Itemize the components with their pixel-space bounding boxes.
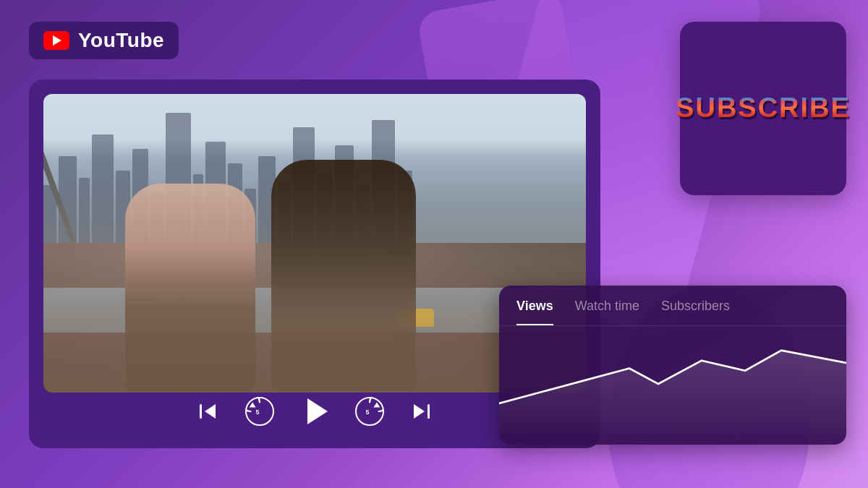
tab-subscribers[interactable]: Subscribers (661, 299, 730, 325)
svg-text:5: 5 (256, 408, 260, 416)
svg-marker-4 (307, 398, 328, 424)
tab-watch-time[interactable]: Watch time (575, 299, 639, 325)
svg-marker-1 (205, 404, 216, 419)
svg-marker-2 (250, 402, 256, 407)
chart-svg (499, 333, 846, 435)
skip-back-button[interactable] (192, 395, 224, 427)
rewind-5-button[interactable]: 5 (245, 397, 274, 426)
tab-views[interactable]: Views (516, 299, 553, 325)
app-title: YouTube (78, 29, 164, 52)
youtube-badge: YouTube (29, 22, 179, 59)
analytics-tabs: Views Watch time Subscribers (499, 286, 846, 326)
svg-rect-7 (427, 404, 430, 419)
analytics-panel: Views Watch time Subscribers (499, 286, 846, 445)
svg-marker-5 (373, 402, 380, 407)
youtube-icon (43, 31, 69, 50)
chart-area (499, 326, 846, 435)
subscribe-label: SUBSCRIBE (676, 93, 851, 124)
skip-forward-button[interactable] (406, 395, 438, 427)
play-button[interactable] (296, 393, 333, 430)
svg-text:5: 5 (366, 408, 370, 416)
svg-marker-8 (414, 404, 425, 419)
svg-rect-0 (200, 404, 202, 419)
forward-5-button[interactable]: 5 (355, 397, 384, 426)
video-controls: 5 5 (192, 393, 438, 430)
subscribe-card[interactable]: SUBSCRIBE (680, 22, 846, 195)
